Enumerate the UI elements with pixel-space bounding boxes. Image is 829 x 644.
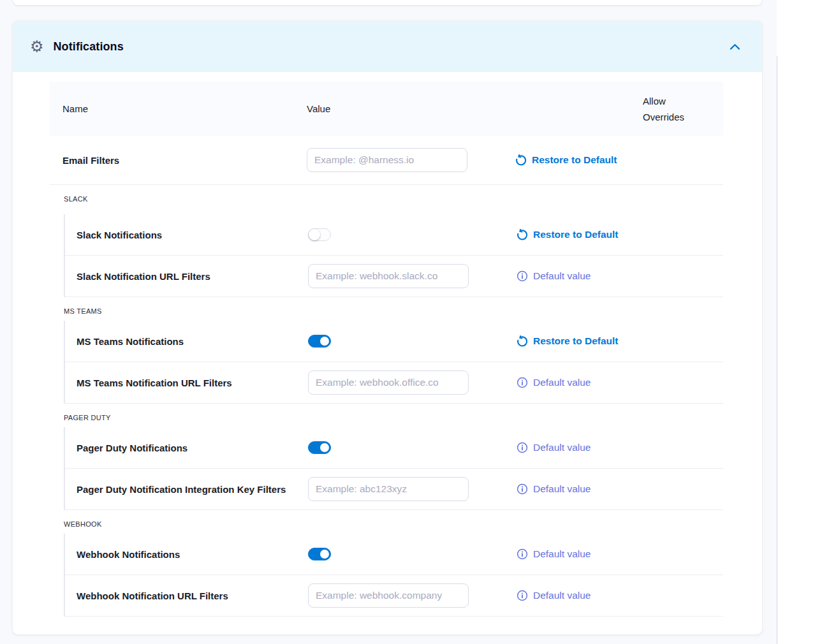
webhook-notifications-toggle[interactable] <box>308 548 331 560</box>
column-header-value: Value <box>307 103 515 114</box>
setting-row-pager-duty-notifications: Pager Duty Notifications Default value <box>65 427 723 469</box>
ms-teams-notifications-toggle[interactable] <box>308 335 331 348</box>
slack-url-filters-input[interactable] <box>308 264 469 288</box>
default-value-indicator[interactable]: Default value <box>517 483 644 495</box>
group-label-slack: SLACK <box>50 185 723 214</box>
pager-duty-notifications-toggle[interactable] <box>308 441 331 454</box>
group-label-pager-duty: PAGER DUTY <box>50 404 723 427</box>
setting-label: Webhook Notifications <box>65 549 308 560</box>
setting-row-webhook-notifications: Webhook Notifications Default value <box>65 534 723 575</box>
group-slack: Slack Notifications Restore to Default S… <box>64 214 723 297</box>
info-icon <box>517 377 528 388</box>
section-title: Notifications <box>54 40 727 54</box>
default-value-indicator[interactable]: Default value <box>517 377 644 388</box>
setting-row-ms-teams-url-filters: MS Teams Notification URL Filters Defaul… <box>65 362 723 404</box>
setting-row-email-filters: Email Filters Restore to Default <box>50 136 723 185</box>
toggle-knob <box>320 550 329 559</box>
group-label-ms-teams: MS TEAMS <box>50 297 723 321</box>
toggle-knob <box>309 229 320 240</box>
panel-divider <box>777 56 777 644</box>
restore-to-default-link[interactable]: Restore to Default <box>517 335 644 347</box>
right-panel <box>777 0 829 644</box>
pager-duty-key-filters-input[interactable] <box>308 477 469 501</box>
setting-label: Pager Duty Notification Integration Key … <box>65 484 308 495</box>
setting-row-slack-notifications: Slack Notifications Restore to Default <box>65 214 723 256</box>
default-value-indicator[interactable]: Default value <box>517 442 644 453</box>
setting-row-ms-teams-notifications: MS Teams Notifications Restore to Defaul… <box>65 321 723 362</box>
setting-label: MS Teams Notification URL Filters <box>65 377 308 388</box>
toggle-knob <box>320 443 329 452</box>
column-header-allow-overrides: Allow Overrides <box>643 93 723 125</box>
setting-row-pager-duty-key-filters: Pager Duty Notification Integration Key … <box>65 469 723 510</box>
restore-icon <box>517 335 528 347</box>
default-value-indicator[interactable]: Default value <box>517 590 644 601</box>
restore-to-default-link[interactable]: Restore to Default <box>517 229 644 240</box>
group-pager-duty: Pager Duty Notifications Default value P… <box>64 427 723 510</box>
restore-to-default-link[interactable]: Restore to Default <box>515 154 643 166</box>
chevron-up-icon <box>730 43 740 50</box>
ms-teams-url-filters-input[interactable] <box>308 370 469 395</box>
email-filters-input[interactable] <box>307 148 467 172</box>
group-ms-teams: MS Teams Notifications Restore to Defaul… <box>64 321 723 404</box>
default-value-indicator[interactable]: Default value <box>517 270 644 282</box>
slack-notifications-toggle[interactable] <box>308 228 331 241</box>
column-header-name: Name <box>50 103 307 114</box>
info-icon <box>517 442 528 453</box>
info-icon <box>517 590 528 601</box>
settings-table: Name Value Allow Overrides Email Filters… <box>50 82 723 617</box>
group-label-webhook: WEBHOOK <box>50 510 723 534</box>
webhook-url-filters-input[interactable] <box>308 583 469 608</box>
info-icon <box>517 548 528 560</box>
restore-icon <box>515 154 527 166</box>
collapse-section-button[interactable] <box>727 41 743 53</box>
group-webhook: Webhook Notifications Default value Webh… <box>64 534 723 617</box>
setting-label: Slack Notification URL Filters <box>65 271 308 282</box>
setting-label: MS Teams Notifications <box>65 336 308 347</box>
setting-row-slack-url-filters: Slack Notification URL Filters Default v… <box>65 256 723 297</box>
previous-card-edge <box>13 0 762 5</box>
notifications-settings-card: ⚙ Notifications Name Value Allow Overrid… <box>13 21 762 634</box>
setting-label: Webhook Notification URL Filters <box>65 590 308 601</box>
gear-icon: ⚙ <box>30 39 44 54</box>
info-icon <box>517 270 528 282</box>
setting-row-webhook-url-filters: Webhook Notification URL Filters Default… <box>65 575 723 617</box>
restore-icon <box>517 229 528 240</box>
table-header-row: Name Value Allow Overrides <box>50 82 723 136</box>
setting-label: Email Filters <box>50 155 307 166</box>
notifications-section-header[interactable]: ⚙ Notifications <box>13 21 762 72</box>
setting-label: Slack Notifications <box>65 230 308 240</box>
info-icon <box>517 483 528 495</box>
toggle-knob <box>320 337 329 346</box>
default-value-indicator[interactable]: Default value <box>517 548 644 560</box>
setting-label: Pager Duty Notifications <box>65 443 308 453</box>
